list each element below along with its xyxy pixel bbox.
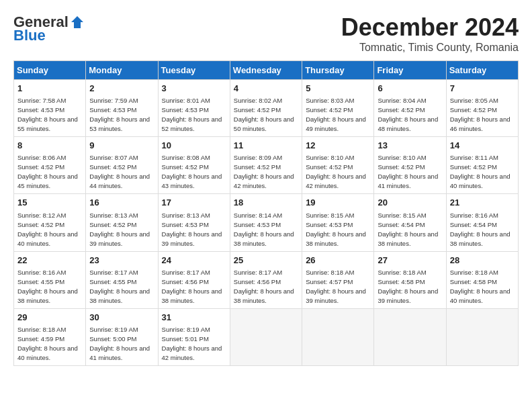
- day-cell-21: 21 Sunrise: 8:16 AM Sunset: 4:54 PM Dayl…: [446, 194, 518, 251]
- day-cell-4: 4 Sunrise: 8:02 AM Sunset: 4:52 PM Dayli…: [230, 80, 302, 137]
- day-number: 17: [162, 197, 226, 209]
- empty-cell: [230, 308, 302, 365]
- day-cell-6: 6 Sunrise: 8:04 AM Sunset: 4:52 PM Dayli…: [374, 80, 446, 137]
- day-cell-26: 26 Sunrise: 8:18 AM Sunset: 4:57 PM Dayl…: [302, 251, 374, 308]
- day-cell-1: 1 Sunrise: 7:58 AM Sunset: 4:53 PM Dayli…: [14, 80, 86, 137]
- day-info: Sunrise: 8:16 AM Sunset: 4:55 PM Dayligh…: [17, 269, 78, 304]
- day-number: 3: [162, 83, 226, 95]
- day-number: 5: [306, 83, 370, 95]
- month-title: December 2024: [341, 13, 519, 42]
- day-number: 21: [450, 197, 515, 209]
- day-info: Sunrise: 8:14 AM Sunset: 4:53 PM Dayligh…: [234, 212, 294, 247]
- day-info: Sunrise: 8:18 AM Sunset: 4:57 PM Dayligh…: [306, 269, 366, 304]
- empty-cell: [302, 308, 374, 365]
- day-number: 6: [378, 83, 442, 95]
- day-number: 13: [378, 140, 442, 152]
- day-cell-19: 19 Sunrise: 8:15 AM Sunset: 4:53 PM Dayl…: [302, 194, 374, 251]
- day-number: 30: [89, 312, 154, 324]
- day-number: 28: [450, 255, 515, 267]
- header-row: Sunday Monday Tuesday Wednesday Thursday…: [14, 61, 519, 80]
- day-cell-31: 31 Sunrise: 8:19 AM Sunset: 5:01 PM Dayl…: [158, 308, 230, 365]
- day-info: Sunrise: 8:04 AM Sunset: 4:52 PM Dayligh…: [378, 97, 438, 132]
- col-sunday: Sunday: [14, 61, 86, 80]
- day-info: Sunrise: 8:15 AM Sunset: 4:54 PM Dayligh…: [378, 212, 438, 247]
- logo: General Blue: [13, 13, 85, 44]
- day-cell-11: 11 Sunrise: 8:09 AM Sunset: 4:52 PM Dayl…: [230, 137, 302, 194]
- day-number: 18: [234, 197, 298, 209]
- col-saturday: Saturday: [446, 61, 518, 80]
- day-info: Sunrise: 8:12 AM Sunset: 4:52 PM Dayligh…: [17, 212, 78, 247]
- day-cell-15: 15 Sunrise: 8:12 AM Sunset: 4:52 PM Dayl…: [14, 194, 86, 251]
- day-number: 14: [450, 140, 515, 152]
- week-row-5: 29 Sunrise: 8:18 AM Sunset: 4:59 PM Dayl…: [14, 308, 519, 365]
- day-cell-17: 17 Sunrise: 8:13 AM Sunset: 4:53 PM Dayl…: [158, 194, 230, 251]
- day-number: 7: [450, 83, 515, 95]
- day-info: Sunrise: 8:17 AM Sunset: 4:56 PM Dayligh…: [234, 269, 294, 304]
- page-header: General Blue December 2024 Tomnatic, Tim…: [13, 13, 519, 54]
- day-info: Sunrise: 8:18 AM Sunset: 4:58 PM Dayligh…: [450, 269, 511, 304]
- day-info: Sunrise: 8:10 AM Sunset: 4:52 PM Dayligh…: [378, 154, 438, 189]
- day-number: 10: [162, 140, 226, 152]
- day-info: Sunrise: 7:58 AM Sunset: 4:53 PM Dayligh…: [17, 97, 78, 132]
- day-cell-25: 25 Sunrise: 8:17 AM Sunset: 4:56 PM Dayl…: [230, 251, 302, 308]
- day-info: Sunrise: 7:59 AM Sunset: 4:53 PM Dayligh…: [89, 97, 150, 132]
- week-row-1: 1 Sunrise: 7:58 AM Sunset: 4:53 PM Dayli…: [14, 80, 519, 137]
- day-number: 25: [234, 255, 298, 267]
- day-info: Sunrise: 8:13 AM Sunset: 4:52 PM Dayligh…: [89, 212, 150, 247]
- day-info: Sunrise: 8:10 AM Sunset: 4:52 PM Dayligh…: [306, 154, 366, 189]
- day-info: Sunrise: 8:01 AM Sunset: 4:53 PM Dayligh…: [162, 97, 222, 132]
- day-cell-10: 10 Sunrise: 8:08 AM Sunset: 4:52 PM Dayl…: [158, 137, 230, 194]
- day-cell-22: 22 Sunrise: 8:16 AM Sunset: 4:55 PM Dayl…: [14, 251, 86, 308]
- day-cell-18: 18 Sunrise: 8:14 AM Sunset: 4:53 PM Dayl…: [230, 194, 302, 251]
- day-cell-13: 13 Sunrise: 8:10 AM Sunset: 4:52 PM Dayl…: [374, 137, 446, 194]
- empty-cell: [374, 308, 446, 365]
- day-number: 12: [306, 140, 370, 152]
- day-info: Sunrise: 8:03 AM Sunset: 4:52 PM Dayligh…: [306, 97, 366, 132]
- day-cell-7: 7 Sunrise: 8:05 AM Sunset: 4:52 PM Dayli…: [446, 80, 518, 137]
- day-info: Sunrise: 8:15 AM Sunset: 4:53 PM Dayligh…: [306, 212, 366, 247]
- day-number: 29: [17, 312, 82, 324]
- col-monday: Monday: [86, 61, 158, 80]
- day-info: Sunrise: 8:18 AM Sunset: 4:58 PM Dayligh…: [378, 269, 438, 304]
- day-cell-2: 2 Sunrise: 7:59 AM Sunset: 4:53 PM Dayli…: [86, 80, 158, 137]
- day-number: 20: [378, 197, 442, 209]
- day-number: 8: [17, 140, 82, 152]
- day-number: 23: [89, 255, 154, 267]
- day-info: Sunrise: 8:02 AM Sunset: 4:52 PM Dayligh…: [234, 97, 294, 132]
- day-cell-20: 20 Sunrise: 8:15 AM Sunset: 4:54 PM Dayl…: [374, 194, 446, 251]
- day-cell-5: 5 Sunrise: 8:03 AM Sunset: 4:52 PM Dayli…: [302, 80, 374, 137]
- day-info: Sunrise: 8:13 AM Sunset: 4:53 PM Dayligh…: [162, 212, 222, 247]
- day-number: 27: [378, 255, 442, 267]
- day-cell-16: 16 Sunrise: 8:13 AM Sunset: 4:52 PM Dayl…: [86, 194, 158, 251]
- day-cell-23: 23 Sunrise: 8:17 AM Sunset: 4:55 PM Dayl…: [86, 251, 158, 308]
- day-cell-30: 30 Sunrise: 8:19 AM Sunset: 5:00 PM Dayl…: [86, 308, 158, 365]
- day-number: 24: [162, 255, 226, 267]
- day-cell-14: 14 Sunrise: 8:11 AM Sunset: 4:52 PM Dayl…: [446, 137, 518, 194]
- day-info: Sunrise: 8:06 AM Sunset: 4:52 PM Dayligh…: [17, 154, 78, 189]
- day-info: Sunrise: 8:09 AM Sunset: 4:52 PM Dayligh…: [234, 154, 294, 189]
- day-cell-8: 8 Sunrise: 8:06 AM Sunset: 4:52 PM Dayli…: [14, 137, 86, 194]
- day-info: Sunrise: 8:08 AM Sunset: 4:52 PM Dayligh…: [162, 154, 222, 189]
- day-cell-29: 29 Sunrise: 8:18 AM Sunset: 4:59 PM Dayl…: [14, 308, 86, 365]
- location-title: Tomnatic, Timis County, Romania: [341, 42, 519, 54]
- calendar-table: Sunday Monday Tuesday Wednesday Thursday…: [13, 60, 519, 366]
- title-block: December 2024 Tomnatic, Timis County, Ro…: [341, 13, 519, 54]
- day-info: Sunrise: 8:07 AM Sunset: 4:52 PM Dayligh…: [89, 154, 150, 189]
- col-thursday: Thursday: [302, 61, 374, 80]
- day-number: 9: [89, 140, 154, 152]
- day-info: Sunrise: 8:18 AM Sunset: 4:59 PM Dayligh…: [17, 326, 78, 361]
- col-wednesday: Wednesday: [230, 61, 302, 80]
- col-friday: Friday: [374, 61, 446, 80]
- day-number: 19: [306, 197, 370, 209]
- day-cell-27: 27 Sunrise: 8:18 AM Sunset: 4:58 PM Dayl…: [374, 251, 446, 308]
- day-cell-9: 9 Sunrise: 8:07 AM Sunset: 4:52 PM Dayli…: [86, 137, 158, 194]
- week-row-2: 8 Sunrise: 8:06 AM Sunset: 4:52 PM Dayli…: [14, 137, 519, 194]
- svg-marker-0: [71, 16, 83, 28]
- week-row-3: 15 Sunrise: 8:12 AM Sunset: 4:52 PM Dayl…: [14, 194, 519, 251]
- day-cell-12: 12 Sunrise: 8:10 AM Sunset: 4:52 PM Dayl…: [302, 137, 374, 194]
- logo-blue: Blue: [13, 27, 46, 44]
- day-info: Sunrise: 8:16 AM Sunset: 4:54 PM Dayligh…: [450, 212, 511, 247]
- col-tuesday: Tuesday: [158, 61, 230, 80]
- day-number: 26: [306, 255, 370, 267]
- day-number: 16: [89, 197, 154, 209]
